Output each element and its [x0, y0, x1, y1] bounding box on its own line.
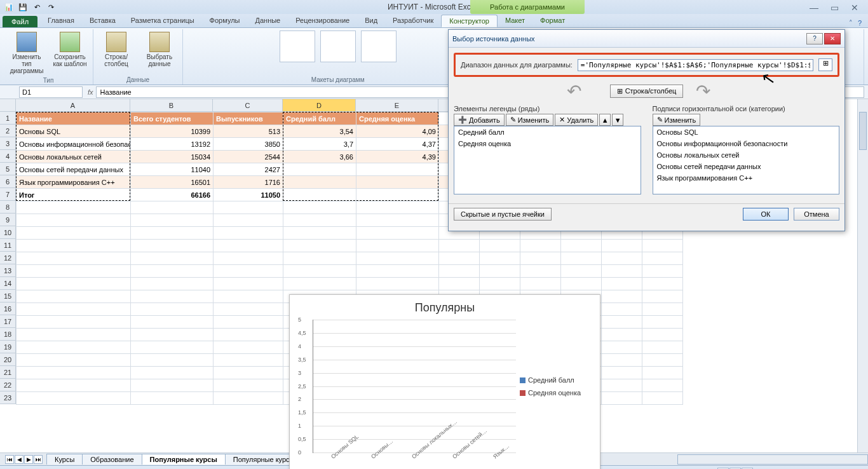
ribbon-tab[interactable]: Разработчик: [385, 15, 441, 27]
switch-row-col-button[interactable]: Строка/столбец: [97, 31, 135, 75]
close-icon[interactable]: ✕: [848, 3, 862, 11]
ribbon-tab[interactable]: Главная: [40, 15, 82, 27]
move-up-button[interactable]: ▲: [599, 114, 611, 126]
ribbon-tabs: Файл ГлавнаяВставкаРазметка страницыФорм…: [0, 14, 868, 28]
row-header[interactable]: 20: [0, 353, 16, 366]
list-item[interactable]: Основы информационной безопасности: [653, 138, 839, 149]
row-header[interactable]: 2: [0, 125, 16, 137]
legend-series-label: Элементы легенды (ряды): [454, 105, 641, 112]
next-sheet-icon[interactable]: ▶: [24, 455, 33, 464]
row-header[interactable]: 22: [0, 379, 16, 391]
row-header[interactable]: 21: [0, 366, 16, 379]
help-icon[interactable]: ?: [858, 19, 862, 27]
list-item[interactable]: Средняя оценка: [454, 138, 641, 149]
row-header[interactable]: 23: [0, 391, 16, 404]
dialog-close-icon[interactable]: ✕: [824, 33, 841, 44]
last-sheet-icon[interactable]: ⏭: [34, 455, 43, 464]
name-box[interactable]: [19, 86, 83, 98]
ok-button[interactable]: ОК: [743, 208, 789, 221]
layout-option[interactable]: [361, 31, 397, 62]
range-picker-icon[interactable]: ⊞: [818, 58, 832, 71]
ribbon-tab[interactable]: Вставка: [82, 15, 123, 27]
column-header[interactable]: C: [213, 99, 283, 112]
title-bar: 📊 💾 ↶ ↷ ИНТУИТ - Microsoft Excel Работа …: [0, 0, 868, 14]
sheet-tab[interactable]: Популярные курсы: [142, 454, 226, 465]
column-header[interactable]: A: [16, 99, 130, 112]
change-chart-type-button[interactable]: Изменить типдиаграммы: [8, 31, 46, 76]
sheet-tab[interactable]: Образование: [82, 454, 142, 465]
embedded-chart[interactable]: Популярны 00,511,522,533,544,55Основы SQ…: [289, 294, 600, 469]
undo-icon[interactable]: ↶: [31, 1, 43, 13]
hidden-cells-button[interactable]: Скрытые и пустые ячейки: [454, 208, 552, 221]
edit-series-button[interactable]: ✎Изменить: [506, 114, 554, 126]
row-header[interactable]: 7: [0, 188, 16, 201]
ribbon-tab[interactable]: Конструктор: [441, 15, 498, 27]
arrow-right-icon: ↷: [696, 81, 726, 101]
row-header[interactable]: 9: [0, 214, 16, 226]
ribbon-tab[interactable]: Формат: [532, 15, 573, 27]
ribbon-tab[interactable]: Разметка страницы: [123, 15, 202, 27]
add-series-button[interactable]: ➕Добавить: [454, 114, 505, 126]
row-header[interactable]: 11: [0, 239, 16, 252]
row-header[interactable]: 3: [0, 137, 16, 150]
column-header[interactable]: B: [130, 99, 213, 112]
range-input[interactable]: [578, 59, 813, 71]
column-header[interactable]: D: [283, 99, 356, 112]
chart-tools-context: Работа с диаграммами: [470, 0, 585, 14]
prev-sheet-icon[interactable]: ◀: [15, 455, 24, 464]
row-header[interactable]: 8: [0, 201, 16, 214]
minimize-icon[interactable]: ―: [807, 3, 821, 11]
ribbon-tab[interactable]: Вид: [357, 15, 385, 27]
row-header[interactable]: 18: [0, 328, 16, 341]
row-header[interactable]: 12: [0, 252, 16, 264]
fx-icon[interactable]: fx: [88, 88, 93, 96]
add-icon: ➕: [458, 116, 467, 124]
dialog-titlebar[interactable]: Выбор источника данных ? ✕: [449, 30, 844, 48]
row-header[interactable]: 15: [0, 290, 16, 302]
row-header[interactable]: 16: [0, 302, 16, 315]
row-header[interactable]: 14: [0, 277, 16, 290]
ribbon-tab[interactable]: Макет: [498, 15, 532, 27]
move-down-button[interactable]: ▼: [612, 114, 623, 126]
sheet-tab[interactable]: Курсы: [46, 454, 83, 465]
select-data-button[interactable]: Выбратьданные: [140, 31, 179, 75]
layout-option[interactable]: [280, 31, 315, 62]
select-all-corner[interactable]: [0, 99, 16, 112]
row-header[interactable]: 17: [0, 315, 16, 328]
row-header[interactable]: 13: [0, 264, 16, 277]
layout-option[interactable]: [320, 31, 356, 62]
edit-categories-button[interactable]: ✎Изменить: [653, 114, 701, 126]
list-item[interactable]: Язык программирования C++: [653, 172, 839, 184]
horizontal-scrollbar[interactable]: [677, 454, 868, 465]
series-listbox[interactable]: Средний баллСредняя оценка: [454, 126, 641, 194]
axis-labels-label: Подписи горизонтальной оси (категории): [653, 105, 840, 112]
legend-swatch: [520, 390, 526, 396]
remove-series-button[interactable]: ✕Удалить: [555, 114, 598, 126]
list-item[interactable]: Основы локальных сетей: [653, 149, 839, 161]
categories-listbox[interactable]: Основы SQLОсновы информационной безопасн…: [653, 126, 840, 194]
ribbon-tab[interactable]: Данные: [247, 15, 288, 27]
row-header[interactable]: 6: [0, 175, 16, 188]
row-header[interactable]: 19: [0, 341, 16, 353]
redo-icon[interactable]: ↷: [44, 1, 57, 13]
list-item[interactable]: Основы SQL: [653, 126, 839, 138]
ribbon-minimize-icon[interactable]: ˄: [849, 19, 853, 27]
ribbon-tab[interactable]: Формулы: [202, 15, 248, 27]
vertical-scrollbar[interactable]: [857, 99, 868, 452]
first-sheet-icon[interactable]: ⏮: [5, 455, 14, 464]
dialog-help-icon[interactable]: ?: [806, 33, 823, 44]
file-tab[interactable]: Файл: [3, 16, 37, 27]
row-header[interactable]: 4: [0, 150, 16, 163]
save-icon[interactable]: 💾: [17, 1, 29, 13]
row-header[interactable]: 10: [0, 226, 16, 239]
list-item[interactable]: Средний балл: [454, 126, 641, 138]
restore-icon[interactable]: ▭: [827, 3, 841, 11]
list-item[interactable]: Основы сетей передачи данных: [653, 161, 839, 172]
cancel-button[interactable]: Отмена: [794, 208, 839, 221]
ribbon-tab[interactable]: Рецензирование: [288, 15, 357, 27]
row-header[interactable]: 1: [0, 112, 16, 125]
switch-row-column-button[interactable]: ⊞Строка/столбец: [610, 85, 684, 98]
column-header[interactable]: E: [356, 99, 438, 112]
row-header[interactable]: 5: [0, 163, 16, 175]
save-template-button[interactable]: Сохранитькак шаблон: [51, 31, 89, 76]
